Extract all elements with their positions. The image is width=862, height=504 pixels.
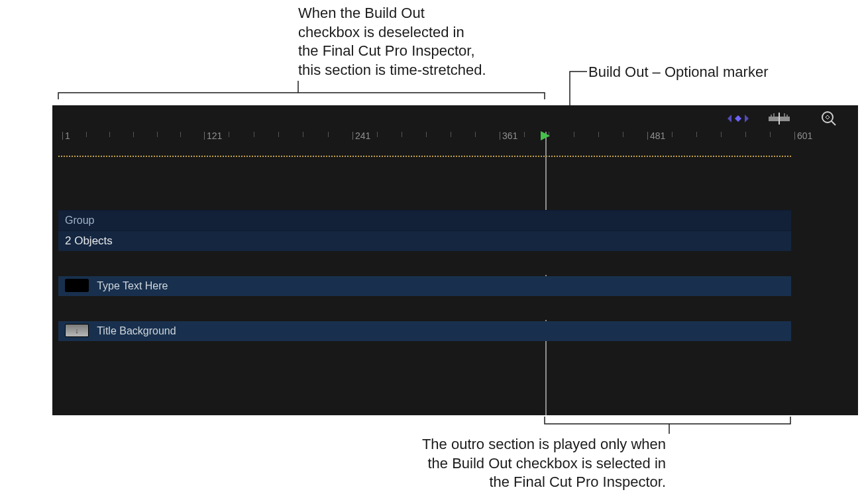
ruler-minor-tick bbox=[475, 132, 476, 137]
ruler-frame-number: 361 bbox=[502, 130, 517, 141]
marker-flag-icon bbox=[541, 131, 551, 140]
ruler-major-tick bbox=[647, 132, 648, 140]
svg-marker-2 bbox=[735, 115, 741, 122]
ruler-minor-tick bbox=[745, 132, 746, 137]
ruler-minor-tick bbox=[303, 132, 303, 137]
title-background-row[interactable]: ↓ Title Background bbox=[58, 321, 791, 341]
ruler-major-tick bbox=[500, 132, 500, 140]
svg-marker-13 bbox=[826, 115, 830, 119]
ruler-minor-tick bbox=[426, 132, 427, 137]
group-objects-row[interactable]: 2 Objects bbox=[58, 231, 791, 251]
title-background-label: Title Background bbox=[97, 325, 176, 336]
ruler-minor-tick bbox=[109, 132, 110, 137]
download-icon: ↓ bbox=[75, 321, 79, 340]
callout-timestretch: When the Build Out checkbox is deselecte… bbox=[298, 4, 543, 79]
ruler-minor-tick bbox=[770, 132, 771, 137]
ruler-minor-tick bbox=[254, 132, 254, 137]
group-header-row[interactable]: Group bbox=[58, 210, 791, 231]
ruler-major-tick bbox=[204, 132, 205, 140]
loop-region-marker bbox=[58, 156, 791, 157]
callout-buildout-marker: Build Out – Optional marker bbox=[588, 63, 853, 82]
ruler-minor-tick bbox=[721, 132, 722, 137]
time-ruler[interactable]: 1121241361481601 bbox=[52, 132, 858, 152]
ruler-minor-tick bbox=[278, 132, 279, 137]
ruler-minor-tick bbox=[133, 132, 134, 137]
svg-point-11 bbox=[822, 112, 833, 123]
ruler-minor-tick bbox=[86, 132, 87, 137]
svg-marker-14 bbox=[541, 131, 550, 140]
timeline-toolbar bbox=[52, 105, 858, 132]
timeline-panel: 1121241361481601 Group 2 Objects Type Te… bbox=[52, 105, 858, 415]
track-list: Group 2 Objects Type Text Here ↓ Title B… bbox=[58, 210, 791, 341]
ruler-minor-tick bbox=[696, 132, 697, 137]
ruler-frame-number: 601 bbox=[797, 130, 812, 141]
ruler-minor-tick bbox=[524, 132, 525, 137]
ruler-minor-tick bbox=[574, 132, 574, 137]
ruler-major-tick bbox=[794, 132, 795, 140]
zoom-icon[interactable] bbox=[817, 111, 841, 126]
ruler-frame-number: 121 bbox=[207, 130, 222, 141]
ruler-major-tick bbox=[352, 132, 353, 140]
ruler-minor-tick bbox=[623, 132, 623, 137]
ruler-minor-tick bbox=[328, 132, 329, 137]
ruler-frame-number: 241 bbox=[355, 130, 370, 141]
callout-text: Build Out – Optional marker bbox=[588, 64, 768, 80]
ruler-minor-tick bbox=[377, 132, 378, 137]
ruler-minor-tick bbox=[672, 132, 673, 137]
ruler-minor-tick bbox=[402, 132, 402, 137]
track-gap bbox=[58, 296, 791, 320]
layer-thumbnail bbox=[65, 279, 89, 292]
ruler-major-tick bbox=[62, 132, 63, 140]
text-layer-label: Type Text Here bbox=[97, 280, 168, 291]
ruler-minor-tick bbox=[451, 132, 451, 137]
objects-count: 2 Objects bbox=[65, 234, 113, 247]
svg-line-12 bbox=[832, 121, 835, 125]
callout-text: The outro section is played only when th… bbox=[422, 436, 666, 490]
ruler-minor-tick bbox=[229, 132, 229, 137]
ruler-minor-tick bbox=[598, 132, 599, 137]
group-label: Group bbox=[65, 215, 94, 226]
layer-thumbnail: ↓ bbox=[65, 324, 89, 337]
svg-marker-3 bbox=[727, 115, 731, 123]
clip-filter-icon[interactable] bbox=[765, 111, 794, 126]
track-gap bbox=[58, 251, 791, 275]
ruler-minor-tick bbox=[180, 132, 181, 137]
ruler-frame-number: 1 bbox=[65, 130, 70, 141]
svg-marker-4 bbox=[745, 115, 749, 123]
text-layer-row[interactable]: Type Text Here bbox=[58, 276, 791, 296]
callout-outro: The outro section is played only when th… bbox=[308, 435, 666, 492]
ruler-frame-number: 481 bbox=[650, 130, 665, 141]
callout-text: When the Build Out checkbox is deselecte… bbox=[298, 5, 486, 78]
keyframe-icon[interactable] bbox=[726, 111, 750, 126]
ruler-minor-tick bbox=[157, 132, 158, 137]
